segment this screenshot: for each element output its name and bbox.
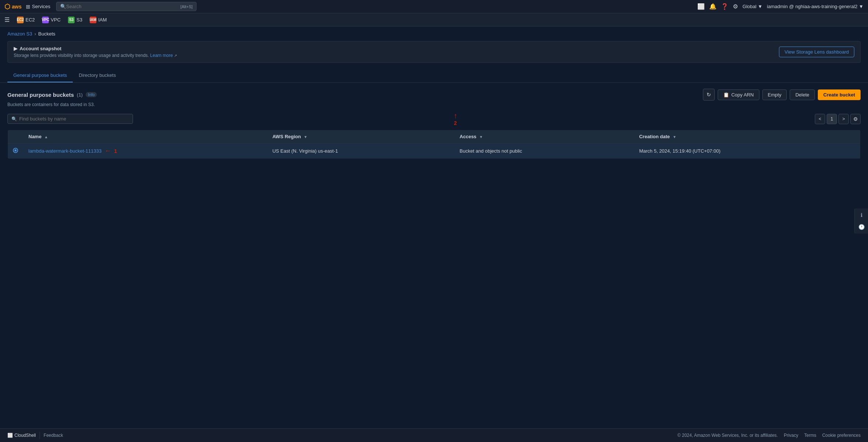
search-icon-small: 🔍 — [11, 116, 17, 122]
copy-icon: 📋 — [723, 92, 729, 98]
terminal-icon[interactable]: ⬜ — [697, 3, 705, 10]
refresh-button[interactable]: ↻ — [703, 89, 715, 101]
empty-button[interactable]: Empty — [762, 89, 787, 100]
tab-directory[interactable]: Directory buckets — [73, 69, 122, 82]
terms-link[interactable]: Terms — [804, 433, 816, 438]
shortcut-s3[interactable]: S3 S3 — [65, 15, 85, 25]
copyright-text: © 2024, Amazon Web Services, Inc. or its… — [677, 433, 778, 438]
grid-icon: ⊞ — [26, 4, 30, 10]
annotation-left-arrow: ← — [105, 147, 111, 155]
tab-general-purpose[interactable]: General purpose buckets — [7, 69, 73, 82]
snapshot-subtitle: Storage lens provides visibility into st… — [14, 53, 177, 58]
bell-icon[interactable]: 🔔 — [709, 3, 717, 10]
shortcut-vpc[interactable]: VPC VPC — [39, 15, 64, 25]
buckets-description: Buckets are containers for data stored i… — [7, 102, 861, 107]
table-settings-button[interactable]: ⚙ — [850, 114, 861, 124]
th-region[interactable]: AWS Region ▼ — [267, 130, 454, 143]
side-panel: ℹ 🕐 — [854, 208, 868, 234]
privacy-link[interactable]: Privacy — [784, 433, 798, 438]
vpc-icon: VPC — [42, 17, 49, 23]
help-icon[interactable]: ❓ — [721, 3, 728, 10]
s3-label: S3 — [76, 17, 82, 23]
sort-access-icon: ▼ — [479, 135, 483, 139]
radio-dot[interactable] — [13, 148, 18, 153]
search-shortcut: [Alt+S] — [181, 4, 193, 9]
bucket-count: (1) — [77, 92, 83, 98]
pagination-controls: < 1 > ⚙ — [815, 114, 861, 124]
delete-button[interactable]: Delete — [790, 89, 815, 100]
ec2-label: EC2 — [25, 17, 35, 23]
bucket-search[interactable]: 🔍 — [7, 114, 133, 124]
copy-arn-label: Copy ARN — [731, 92, 754, 98]
services-menu[interactable]: ⊞ Services — [26, 4, 50, 10]
breadcrumb-current: Buckets — [38, 31, 55, 37]
buckets-section: General purpose buckets (1) Info ↻ 📋 Cop… — [0, 83, 868, 165]
breadcrumb-separator: › — [34, 31, 36, 37]
th-region-label: AWS Region — [272, 134, 301, 139]
snapshot-header: ▶ Account snapshot Storage lens provides… — [14, 46, 854, 58]
bucket-access-cell: Bucket and objects not public — [454, 143, 634, 159]
bucket-search-input[interactable] — [19, 116, 129, 122]
next-page-button[interactable]: > — [838, 114, 849, 124]
buckets-title-row: General purpose buckets (1) Info — [7, 92, 97, 98]
bucket-region-cell: US East (N. Virginia) us-east-1 — [267, 143, 454, 159]
settings-icon: ⚙ — [853, 116, 858, 122]
breadcrumb-amazon-s3[interactable]: Amazon S3 — [7, 31, 32, 37]
settings-icon[interactable]: ⚙ — [733, 3, 738, 10]
vpc-label: VPC — [51, 17, 61, 23]
info-badge[interactable]: Info — [86, 92, 97, 97]
create-bucket-button[interactable]: Create bucket — [818, 89, 861, 100]
global-search[interactable]: 🔍 [Alt+S] — [56, 2, 197, 11]
snapshot-title-text: Account snapshot — [20, 46, 61, 51]
th-access-label: Access — [459, 134, 476, 139]
ec2-icon: EC2 — [17, 17, 24, 23]
bucket-name-link[interactable]: lambda-watermark-bucket-111333 — [28, 148, 102, 154]
side-panel-top-btn[interactable]: ℹ — [856, 210, 867, 220]
refresh-icon: ↻ — [707, 92, 711, 98]
aws-logo[interactable]: ⬡ aws — [4, 3, 21, 11]
shortcut-ec2[interactable]: EC2 EC2 — [14, 15, 38, 25]
sort-region-icon: ▼ — [304, 135, 307, 139]
sort-name-icon: ▲ — [44, 135, 48, 139]
tabs-bar: General purpose buckets Directory bucket… — [0, 69, 868, 83]
menu-icon[interactable]: ☰ — [4, 16, 10, 23]
footer-right: © 2024, Amazon Web Services, Inc. or its… — [677, 433, 861, 438]
aws-logo-text: aws — [12, 4, 21, 10]
search-icon: 🔍 — [60, 4, 66, 9]
user-menu[interactable]: iamadmin @ nghiaa-aws-training-general2 … — [767, 4, 864, 9]
main-content: Amazon S3 › Buckets ▶ Account snapshot S… — [0, 27, 868, 428]
prev-icon: < — [819, 116, 821, 122]
learn-more-link[interactable]: Learn more — [150, 53, 173, 58]
aws-logo-icon: ⬡ — [4, 3, 10, 11]
expand-icon: ▶ — [14, 46, 17, 51]
footer-divider — [40, 432, 40, 439]
th-name-label: Name — [28, 134, 41, 139]
buckets-actions: ↻ 📋 Copy ARN Empty Delete Create bucket — [703, 89, 861, 101]
snapshot-title-row[interactable]: ▶ Account snapshot — [14, 46, 177, 51]
th-access[interactable]: Access ▼ — [454, 130, 634, 143]
search-input[interactable] — [66, 4, 178, 9]
current-page[interactable]: 1 — [827, 114, 837, 124]
iam-icon: IAM — [90, 17, 96, 23]
buckets-section-title: General purpose buckets — [7, 92, 74, 98]
feedback-link[interactable]: Feedback — [44, 433, 63, 438]
bucket-creation-cell: March 5, 2024, 15:19:40 (UTC+07:00) — [634, 143, 860, 159]
view-dashboard-button[interactable]: View Storage Lens dashboard — [779, 47, 854, 57]
cookie-link[interactable]: Cookie preferences — [822, 433, 861, 438]
th-creation[interactable]: Creation date ▼ — [634, 130, 860, 143]
side-panel-bottom-btn[interactable]: 🕐 — [856, 222, 867, 232]
buckets-table: Name ▲ AWS Region ▼ Access ▼ Creation da… — [7, 130, 861, 159]
th-name[interactable]: Name ▲ — [23, 130, 267, 143]
table-row[interactable]: lambda-watermark-bucket-111333 ← 1 US Ea… — [8, 143, 861, 159]
prev-page-button[interactable]: < — [815, 114, 825, 124]
breadcrumb: Amazon S3 › Buckets — [0, 27, 868, 41]
row-select-cell[interactable] — [8, 143, 24, 159]
shortcut-iam[interactable]: IAM IAM — [87, 15, 110, 25]
cloudshell-button[interactable]: ⬜ CloudShell — [7, 433, 36, 438]
s3-icon: S3 — [68, 17, 75, 23]
annotation-up-arrow: ↑ 2 — [454, 112, 457, 126]
account-snapshot: ▶ Account snapshot Storage lens provides… — [7, 41, 861, 63]
region-selector[interactable]: Global ▼ — [742, 4, 762, 9]
service-shortcuts-bar: ☰ EC2 EC2 VPC VPC S3 S3 IAM IAM — [0, 13, 868, 27]
copy-arn-button[interactable]: 📋 Copy ARN — [718, 89, 759, 100]
